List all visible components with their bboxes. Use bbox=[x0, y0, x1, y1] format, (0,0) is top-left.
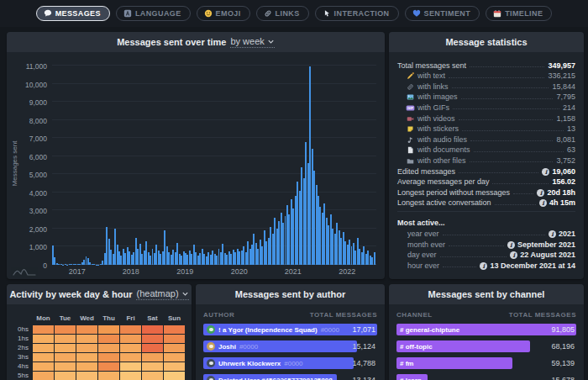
stat-value: 349,957 bbox=[548, 61, 575, 70]
heatmap-type-selector[interactable]: (heatmap) bbox=[136, 288, 188, 300]
bar-series[interactable] bbox=[52, 66, 376, 265]
heatmap-cell bbox=[76, 344, 97, 352]
stat-row: Average messages per day156.02 bbox=[397, 176, 575, 187]
stat-value: 1,158 bbox=[556, 114, 575, 123]
image-icon bbox=[406, 93, 415, 101]
stat-row: Total messages sent349,957 bbox=[397, 59, 575, 70]
stat-label: with text bbox=[417, 71, 445, 80]
activity-heatmap-panel: Activity by week day & hour (heatmap) Mo… bbox=[7, 284, 192, 380]
channel-name: # learn bbox=[400, 374, 422, 380]
stat-label: with stickers bbox=[417, 124, 459, 133]
info-icon[interactable]: i bbox=[507, 241, 515, 249]
x-tick-label: 2017 bbox=[69, 267, 86, 276]
author-name: Deleted User #456226577798135808 bbox=[207, 374, 333, 380]
column-header-right: TOTAL MESSAGES bbox=[310, 311, 377, 319]
stat-label: Total messages sent bbox=[397, 61, 466, 70]
stat-value: 13 bbox=[567, 124, 575, 133]
stat-row: with audio files8,081 bbox=[397, 133, 575, 144]
heatmap-cell bbox=[55, 325, 76, 334]
stat-value: 15,844 bbox=[552, 82, 575, 91]
avatar bbox=[207, 325, 215, 334]
tab-interaction[interactable]: INTERACTION bbox=[315, 6, 399, 21]
heatmap-cell bbox=[120, 344, 141, 352]
stat-row: Longest active conversationi4h 15m bbox=[397, 197, 575, 208]
dot-leader bbox=[462, 130, 564, 131]
stat-value: 156.02 bbox=[552, 177, 575, 186]
info-icon[interactable]: i bbox=[510, 251, 517, 259]
stat-row: with links15,844 bbox=[397, 80, 575, 91]
channel-name: # general-chiptune bbox=[400, 324, 459, 335]
tab-label: INTERACTION bbox=[334, 9, 390, 18]
heatmap-hour-label: 3hs bbox=[12, 353, 32, 362]
stat-value: September 2021 bbox=[517, 240, 575, 249]
author-name: ! a Ygor (Independence Squad)#0000 bbox=[207, 324, 339, 335]
stat-value: 8,081 bbox=[556, 135, 575, 144]
dot-leader bbox=[449, 245, 504, 246]
tab-links[interactable]: LINKS bbox=[256, 6, 309, 21]
list-item: # general-chiptune91,805 bbox=[396, 324, 576, 335]
emoji-icon bbox=[204, 9, 213, 18]
heatmap-row: 1hs bbox=[12, 335, 185, 343]
stat-value: 19,060 bbox=[552, 167, 575, 176]
name-text: Uhrwerk Klockwerx bbox=[218, 360, 281, 367]
list-item: # fm59,139 bbox=[396, 357, 576, 369]
y-tick-label: 6,000 bbox=[8, 153, 47, 161]
tab-messages[interactable]: MESSAGES bbox=[36, 6, 110, 21]
info-icon[interactable]: i bbox=[537, 189, 544, 197]
timeline-panel-title: Messages sent over time bbox=[117, 37, 226, 47]
message-statistics-panel: Message statistics Total messages sent34… bbox=[389, 32, 584, 279]
list-item: # off-topic68,196 bbox=[396, 340, 576, 352]
x-tick-label: 2020 bbox=[231, 267, 248, 276]
stat-label: month ever bbox=[407, 240, 445, 249]
stat-label: hour ever bbox=[407, 261, 439, 270]
column-header-left: CHANNEL bbox=[396, 311, 433, 319]
messages-over-time-chart[interactable]: Messages sent 01,0002,0003,0004,0005,000… bbox=[7, 52, 385, 279]
granularity-selector[interactable]: by week bbox=[230, 36, 274, 48]
info-icon[interactable]: i bbox=[480, 262, 487, 270]
stat-label: with images bbox=[417, 92, 458, 101]
name-text: Joshi bbox=[218, 343, 236, 351]
stat-label: day ever bbox=[407, 251, 437, 259]
y-tick-label: 8,000 bbox=[8, 117, 47, 125]
list-column-headers: CHANNELTOTAL MESSAGES bbox=[396, 311, 576, 319]
discriminator-tag: #0000 bbox=[321, 326, 339, 334]
tab-timeline[interactable]: TIMELINE bbox=[486, 6, 552, 21]
heatmap-cell bbox=[164, 344, 185, 352]
heatmap-cell bbox=[120, 362, 141, 371]
author-name: Joshi#0000 bbox=[207, 340, 258, 352]
tab-emoji[interactable]: EMOJI bbox=[197, 6, 250, 21]
info-icon[interactable]: i bbox=[549, 230, 556, 238]
heatmap-cell bbox=[33, 353, 54, 362]
dot-leader bbox=[449, 77, 544, 78]
y-tick-label: 5,000 bbox=[8, 171, 47, 179]
stat-row: with videos1,158 bbox=[397, 112, 575, 123]
stat-row: day everi22 August 2021 bbox=[397, 249, 575, 260]
info-icon[interactable]: i bbox=[539, 199, 547, 207]
messages-by-channel-panel: Messages sent by channel CHANNELTOTAL ME… bbox=[389, 284, 584, 380]
dot-leader bbox=[443, 267, 476, 267]
info-icon[interactable]: i bbox=[542, 168, 549, 176]
chevron-down-icon bbox=[181, 290, 189, 298]
stat-value: 2021 bbox=[559, 230, 575, 238]
sticker-icon bbox=[406, 125, 415, 133]
chart-bar bbox=[374, 252, 375, 265]
total-messages-value: 13,134 bbox=[352, 374, 375, 380]
heatmap-cell bbox=[55, 353, 76, 362]
heatmap-day-label: Mon bbox=[33, 314, 54, 325]
heatmap-cell bbox=[98, 372, 119, 380]
stat-row: Longest period without messagesi20d 18h bbox=[397, 186, 575, 197]
avatar bbox=[207, 376, 215, 380]
name-text: Deleted User #456226577798135808 bbox=[218, 377, 333, 380]
stat-value: 20d 18h bbox=[547, 188, 575, 197]
tab-language[interactable]: LANGUAGE bbox=[116, 6, 191, 21]
heatmap-cell bbox=[33, 372, 54, 380]
chart-plot-area[interactable] bbox=[52, 66, 376, 265]
heatmap-row: 2hs bbox=[12, 344, 185, 352]
granularity-value: by week bbox=[230, 36, 264, 46]
tab-sentiment[interactable]: SENTIMENT bbox=[405, 6, 480, 21]
y-tick-label: 10,000 bbox=[8, 81, 47, 89]
stats-panel-title: Message statistics bbox=[445, 37, 527, 47]
total-messages-value: 14,788 bbox=[352, 357, 375, 369]
channel-name: # fm bbox=[400, 357, 413, 369]
stat-label: with GIFs bbox=[417, 103, 449, 112]
